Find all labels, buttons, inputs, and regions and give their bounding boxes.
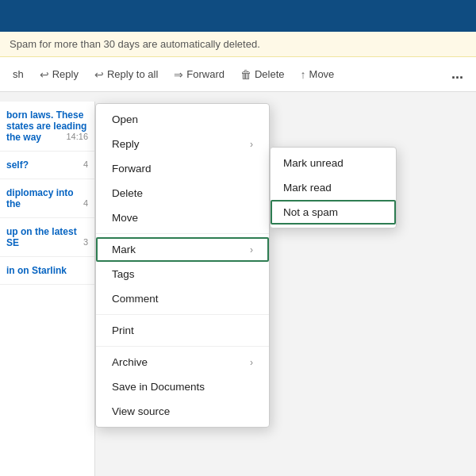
menu-item-archive-label: Archive [112,356,148,368]
email-list-partial: born laws. These states are leading the … [0,102,95,476]
submenu: Mark unread Mark read Not a spam [270,147,397,228]
delete-label: Delete [255,68,285,80]
reply-icon: ↩ [40,68,49,81]
menu-item-view-source[interactable]: View source [96,399,269,424]
email-time-0: 14:16 [66,132,88,141]
delete-icon: 🗑 [240,68,251,81]
more-label: ... [451,66,463,82]
more-button[interactable]: ... [445,63,470,86]
menu-separator-2 [96,314,269,315]
email-subject-4: in on Starlink [6,265,67,276]
submenu-item-mark-read-label: Mark read [283,182,332,194]
forward-label: Forward [186,68,225,80]
submenu-item-mark-unread[interactable]: Mark unread [271,151,396,175]
list-item[interactable]: born laws. These states are leading the … [0,102,94,152]
menu-item-forward[interactable]: Forward [96,156,269,181]
top-bar [0,0,476,32]
delete-button[interactable]: 🗑 Delete [234,65,291,84]
forward-icon: ⇒ [174,68,183,81]
reply-button[interactable]: ↩ Reply [33,65,85,84]
menu-item-tags-label: Tags [112,268,135,280]
menu-item-delete[interactable]: Delete [96,181,269,205]
move-label: Move [309,68,335,80]
submenu-item-not-spam-label: Not a spam [283,206,338,218]
menu-item-archive[interactable]: Archive › [96,350,269,374]
menu-item-reply[interactable]: Reply › [96,132,269,156]
menu-item-mark-label: Mark [112,244,136,255]
toolbar: sh ↩ Reply ↩ Reply to all ⇒ Forward 🗑 De… [0,57,476,92]
move-button[interactable]: ↑ Move [294,65,341,84]
email-time-2: 4 [83,198,88,208]
reply-all-label: Reply to all [107,68,158,80]
spam-banner: Spam for more than 30 days are automatic… [0,32,476,57]
menu-item-print[interactable]: Print [96,318,269,343]
list-item[interactable]: diplomacy into the 4 [0,179,94,218]
menu-item-move-label: Move [112,212,138,224]
email-subject-1: self? [6,159,29,171]
menu-separator-3 [96,346,269,347]
forward-button[interactable]: ⇒ Forward [167,65,231,84]
chevron-right-icon-archive: › [250,357,253,368]
submenu-item-mark-unread-label: Mark unread [283,157,344,169]
menu-item-forward-label: Forward [112,163,152,175]
menu-item-tags[interactable]: Tags [96,262,269,286]
menu-item-comment-label: Comment [112,293,159,305]
menu-item-comment[interactable]: Comment [96,286,269,311]
menu-item-open-label: Open [112,113,138,125]
menu-separator-1 [96,233,269,234]
submenu-item-mark-read[interactable]: Mark read [271,175,396,200]
email-time-1: 4 [83,159,88,169]
chevron-right-icon: › [250,139,253,150]
menu-item-mark[interactable]: Mark › [96,237,269,262]
email-time-3: 3 [83,237,88,247]
context-menu: Open Reply › Forward Delete Move Mark › … [95,103,270,428]
list-item[interactable]: up on the latest SE 3 [0,218,94,257]
account-name: sh [13,68,24,80]
list-item[interactable]: in on Starlink [0,257,94,285]
chevron-right-icon-mark: › [250,244,253,255]
menu-item-view-source-label: View source [112,405,170,417]
menu-item-delete-label: Delete [112,187,143,199]
reply-all-icon: ↩ [94,68,104,81]
menu-item-reply-label: Reply [112,138,140,150]
move-icon: ↑ [301,68,306,81]
menu-item-save-docs-label: Save in Documents [112,381,205,393]
email-subject-3: up on the latest SE [6,226,77,248]
list-item[interactable]: self? 4 [0,152,94,179]
menu-item-print-label: Print [112,324,134,336]
reply-all-button[interactable]: ↩ Reply to all [88,65,164,84]
menu-item-move[interactable]: Move [96,205,269,230]
email-subject-2: diplomacy into the [6,187,74,209]
menu-item-save-docs[interactable]: Save in Documents [96,374,269,399]
submenu-item-not-spam[interactable]: Not a spam [271,200,396,225]
spam-banner-text: Spam for more than 30 days are automatic… [10,38,260,50]
reply-label: Reply [52,68,79,80]
account-label[interactable]: sh [6,65,30,83]
menu-item-open[interactable]: Open [96,107,269,132]
